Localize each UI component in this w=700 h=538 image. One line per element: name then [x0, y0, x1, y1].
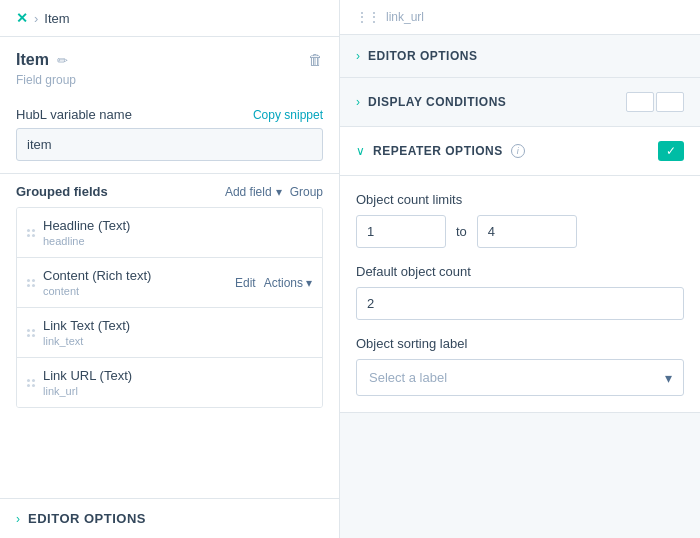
- repeater-expand-icon: ∨: [356, 144, 365, 158]
- actions-chevron-icon: ▾: [306, 276, 312, 290]
- sorting-select[interactable]: Select a label: [356, 359, 684, 396]
- field-key-content: content: [43, 285, 235, 297]
- dropdown-arrow-icon: ▾: [276, 185, 282, 199]
- item-header: Item ✏ 🗑: [0, 37, 339, 73]
- count-to-label: to: [456, 224, 467, 239]
- field-name-headline: Headline (Text): [43, 218, 312, 233]
- item-title: Item: [16, 51, 49, 69]
- variable-label: HubL variable name: [16, 107, 132, 122]
- drag-handle-link-url[interactable]: [27, 379, 35, 387]
- toggle-on[interactable]: [656, 92, 684, 112]
- breadcrumb-current: Item: [44, 11, 69, 26]
- link-url-preview: ⋮⋮ link_url: [340, 0, 700, 35]
- delete-icon[interactable]: 🗑: [308, 51, 323, 68]
- breadcrumb-chevron: ›: [34, 11, 38, 26]
- display-conditions-label: DISPLAY CONDITIONS: [368, 95, 506, 109]
- field-key-headline: headline: [43, 235, 312, 247]
- grouped-title: Grouped fields: [16, 184, 108, 199]
- link-url-text: link_url: [386, 10, 424, 24]
- drag-handle-content[interactable]: [27, 279, 35, 287]
- editor-options-expand-icon: ›: [356, 49, 360, 63]
- field-key-link-text: link_text: [43, 335, 312, 347]
- default-count-input[interactable]: [356, 287, 684, 320]
- field-actions-dropdown[interactable]: Actions ▾: [264, 276, 312, 290]
- repeater-header-left: ∨ REPEATER OPTIONS i: [356, 144, 525, 158]
- repeater-info-icon: i: [511, 144, 525, 158]
- editor-options-label: EDITOR OPTIONS: [368, 49, 477, 63]
- field-info-headline: Headline (Text) headline: [43, 218, 312, 247]
- variable-input[interactable]: [16, 128, 323, 161]
- toggle-check-icon: ✓: [666, 144, 676, 158]
- display-conditions-expand-icon: ›: [356, 95, 360, 109]
- display-conditions-row[interactable]: › DISPLAY CONDITIONS: [340, 78, 700, 127]
- toggle-off[interactable]: [626, 92, 654, 112]
- field-list: Headline (Text) headline Content (Rich t…: [16, 207, 323, 408]
- variable-label-row: HubL variable name Copy snippet: [16, 107, 323, 122]
- item-title-group: Item ✏: [16, 51, 68, 69]
- left-panel: ✕ › Item Item ✏ 🗑 Field group HubL varia…: [0, 0, 340, 538]
- grouped-actions: Add field ▾ Group: [225, 185, 323, 199]
- field-info-link-text: Link Text (Text) link_text: [43, 318, 312, 347]
- editor-options-bottom[interactable]: › EDITOR OPTIONS: [0, 498, 339, 538]
- close-icon[interactable]: ✕: [16, 10, 28, 26]
- display-conditions-toggles: [626, 92, 684, 112]
- repeater-header[interactable]: ∨ REPEATER OPTIONS i ✓: [340, 127, 700, 176]
- right-panel: ⋮⋮ link_url › EDITOR OPTIONS › DISPLAY C…: [340, 0, 700, 538]
- repeater-body: Object count limits to Default object co…: [340, 176, 700, 412]
- drag-handle-link-text[interactable]: [27, 329, 35, 337]
- grouped-fields-section: Grouped fields Add field ▾ Group Headlin…: [0, 174, 339, 498]
- field-item: Link URL (Text) link_url: [17, 358, 322, 407]
- field-actions-content: Edit Actions ▾: [235, 276, 312, 290]
- count-limits-row: to: [356, 215, 684, 248]
- field-info-content: Content (Rich text) content: [43, 268, 235, 297]
- edit-icon[interactable]: ✏: [57, 53, 68, 68]
- repeater-toggle-active[interactable]: ✓: [658, 141, 684, 161]
- variable-section: HubL variable name Copy snippet: [0, 99, 339, 174]
- drag-handle-headline[interactable]: [27, 229, 35, 237]
- field-name-content: Content (Rich text): [43, 268, 235, 283]
- field-item: Content (Rich text) content Edit Actions…: [17, 258, 322, 308]
- actions-label: Actions: [264, 276, 303, 290]
- repeater-section: ∨ REPEATER OPTIONS i ✓ Object count limi…: [340, 127, 700, 413]
- editor-options-left: › EDITOR OPTIONS: [356, 49, 477, 63]
- copy-snippet-link[interactable]: Copy snippet: [253, 108, 323, 122]
- count-limits-label: Object count limits: [356, 192, 684, 207]
- repeater-label: REPEATER OPTIONS: [373, 144, 503, 158]
- grouped-header: Grouped fields Add field ▾ Group: [16, 184, 323, 199]
- field-item: Headline (Text) headline: [17, 208, 322, 258]
- default-count-label: Default object count: [356, 264, 684, 279]
- field-item: Link Text (Text) link_text: [17, 308, 322, 358]
- display-conditions-left: › DISPLAY CONDITIONS: [356, 95, 506, 109]
- field-edit-button[interactable]: Edit: [235, 276, 256, 290]
- editor-options-row[interactable]: › EDITOR OPTIONS: [340, 35, 700, 78]
- field-name-link-text: Link Text (Text): [43, 318, 312, 333]
- drag-dots-icon: ⋮⋮: [356, 10, 380, 24]
- breadcrumb: ✕ › Item: [0, 0, 339, 37]
- group-button[interactable]: Group: [290, 185, 323, 199]
- field-info-link-url: Link URL (Text) link_url: [43, 368, 312, 397]
- editor-options-bottom-label: EDITOR OPTIONS: [28, 511, 146, 526]
- item-subtitle: Field group: [0, 73, 339, 99]
- add-field-label: Add field: [225, 185, 272, 199]
- count-min-input[interactable]: [356, 215, 446, 248]
- add-field-button[interactable]: Add field ▾: [225, 185, 282, 199]
- field-name-link-url: Link URL (Text): [43, 368, 312, 383]
- sorting-label: Object sorting label: [356, 336, 684, 351]
- sorting-select-wrapper: Select a label ▾: [356, 359, 684, 396]
- field-key-link-url: link_url: [43, 385, 312, 397]
- count-max-input[interactable]: [477, 215, 577, 248]
- editor-options-chevron-icon: ›: [16, 512, 20, 526]
